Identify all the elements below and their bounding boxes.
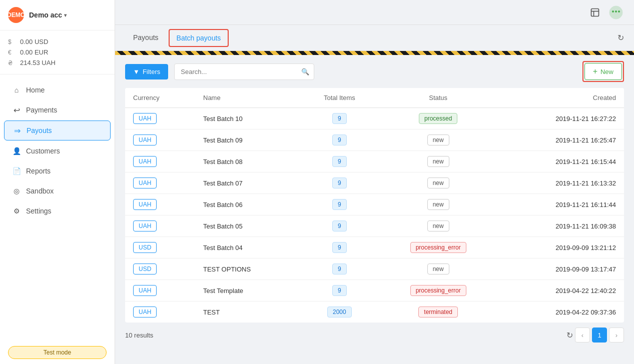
next-page-button[interactable]: › (609, 328, 624, 342)
count-badge: 2000 (327, 306, 352, 318)
table-row[interactable]: UAH Test Batch 06 9 new 2019-11-21 16:11… (125, 194, 624, 216)
table-row[interactable]: UAH Test Batch 10 9 processed 2019-11-21… (125, 108, 624, 130)
table-body: UAH Test Batch 10 9 processed 2019-11-21… (125, 108, 624, 323)
sidebar-item-home[interactable]: ⌂ Home (4, 80, 111, 100)
plus-icon: + (593, 67, 597, 76)
cell-name: TEST (195, 302, 300, 323)
table-row[interactable]: UAH Test Batch 09 9 new 2019-11-21 16:25… (125, 130, 624, 151)
count-badge: 9 (332, 134, 347, 146)
search-icon: 🔍 (301, 68, 309, 76)
cell-name: Test Batch 04 (195, 237, 300, 258)
table-row[interactable]: USD TEST OPTIONS 9 new 2019-09-09 13:17:… (125, 258, 624, 280)
uah-icon: ₴ (8, 60, 16, 66)
count-badge: 9 (332, 264, 347, 274)
refresh-icon[interactable]: ↻ (617, 34, 624, 42)
status-badge: terminated (418, 306, 458, 318)
account-name[interactable]: Demo acc ▾ (29, 11, 67, 19)
table-row[interactable]: UAH Test Template 9 processing_error 201… (125, 280, 624, 302)
tabs-right: ↻ (617, 33, 624, 42)
cell-status: new (379, 194, 498, 216)
pagination: ↻ ‹ 1 › (566, 328, 624, 342)
logo: DEMO (8, 7, 24, 23)
svg-point-4 (612, 10, 614, 12)
cell-status: processing_error (379, 280, 498, 302)
col-total-items: Total Items (300, 88, 379, 108)
cell-created: 2019-09-09 13:21:12 (498, 237, 624, 258)
sidebar: DEMO Demo acc ▾ $ 0.00 USD € 0.00 EUR ₴ … (0, 0, 115, 364)
cell-created: 2019-04-22 09:37:36 (498, 302, 624, 323)
table-footer: 10 results ↻ ‹ 1 › (115, 322, 634, 348)
status-badge: processing_error (410, 242, 466, 253)
cell-name: Test Batch 05 (195, 216, 300, 237)
search-box: 🔍 (174, 64, 314, 80)
cell-total-items: 9 (300, 151, 379, 172)
filter-button[interactable]: ▼ Filters (125, 64, 168, 80)
svg-point-6 (618, 10, 620, 12)
cell-status: processing_error (379, 237, 498, 258)
status-badge: new (427, 220, 449, 232)
currency-badge: UAH (133, 113, 157, 124)
cell-status: terminated (379, 302, 498, 323)
count-badge: 9 (332, 113, 347, 124)
sidebar-item-settings[interactable]: ⚙ Settings (4, 202, 111, 220)
search-input[interactable] (174, 64, 314, 80)
tabs-bar: Payouts Batch payouts ↻ (115, 25, 634, 51)
balance-eur: € 0.00 EUR (8, 47, 107, 58)
count-badge: 9 (332, 220, 347, 232)
table-row[interactable]: UAH Test Batch 08 9 new 2019-11-21 16:15… (125, 151, 624, 172)
sidebar-item-payments[interactable]: ↩ Payments (4, 100, 111, 120)
sidebar-item-sandbox[interactable]: ◎ Sandbox (4, 182, 111, 200)
main-content: Payouts Batch payouts ↻ ▼ Filters 🔍 (115, 0, 634, 364)
table-header-row: Currency Name Total Items Status Created (125, 88, 624, 108)
tab-payouts[interactable]: Payouts (125, 26, 167, 50)
test-mode-badge[interactable]: Test mode (8, 346, 107, 359)
page-1-button[interactable]: 1 (592, 328, 607, 342)
cell-total-items: 9 (300, 216, 379, 237)
sidebar-item-customers[interactable]: 👤 Customers (4, 142, 111, 160)
cell-status: new (379, 151, 498, 172)
tab-batch-payouts[interactable]: Batch payouts (169, 29, 229, 47)
currency-badge: UAH (133, 134, 157, 146)
cell-name: Test Batch 06 (195, 194, 300, 216)
cell-status: new (379, 258, 498, 280)
count-badge: 9 (332, 285, 347, 296)
count-badge: 9 (332, 242, 347, 253)
count-badge: 9 (332, 178, 347, 188)
cell-currency: USD (125, 237, 195, 258)
prev-page-button[interactable]: ‹ (575, 328, 590, 342)
currency-badge: UAH (133, 178, 157, 188)
footer-refresh-icon[interactable]: ↻ (566, 330, 573, 340)
table-row[interactable]: UAH Test Batch 05 9 new 2019-11-21 16:09… (125, 216, 624, 237)
col-name: Name (195, 88, 300, 108)
balance-section: $ 0.00 USD € 0.00 EUR ₴ 214.53 UAH (0, 30, 115, 74)
new-button[interactable]: + New (584, 63, 622, 80)
cell-total-items: 2000 (300, 302, 379, 323)
sidebar-item-reports[interactable]: 📄 Reports (4, 162, 111, 180)
cell-currency: UAH (125, 194, 195, 216)
col-created: Created (498, 88, 624, 108)
profile-icon[interactable] (608, 4, 624, 20)
cell-currency: UAH (125, 172, 195, 194)
cell-created: 2019-11-21 16:11:44 (498, 194, 624, 216)
balance-usd: $ 0.00 USD (8, 36, 107, 47)
chevron-down-icon: ▾ (64, 12, 67, 18)
results-count: 10 results (125, 332, 153, 339)
table-row[interactable]: USD Test Batch 04 9 processing_error 201… (125, 237, 624, 258)
reports-icon: 📄 (12, 166, 21, 176)
table-row[interactable]: UAH TEST 2000 terminated 2019-04-22 09:3… (125, 302, 624, 323)
cell-created: 2019-09-09 13:17:47 (498, 258, 624, 280)
cell-name: Test Batch 10 (195, 108, 300, 130)
payouts-icon: ⇒ (13, 126, 22, 135)
filter-icon: ▼ (133, 68, 140, 76)
cell-name: Test Batch 08 (195, 151, 300, 172)
table-row[interactable]: UAH Test Batch 07 9 new 2019-11-21 16:13… (125, 172, 624, 194)
notifications-icon[interactable] (587, 4, 603, 20)
cell-name: Test Batch 07 (195, 172, 300, 194)
cell-currency: UAH (125, 151, 195, 172)
cell-created: 2019-04-22 12:40:22 (498, 280, 624, 302)
cell-total-items: 9 (300, 258, 379, 280)
svg-rect-0 (591, 8, 599, 16)
cell-name: Test Batch 09 (195, 130, 300, 151)
sidebar-item-payouts[interactable]: ⇒ Payouts (4, 120, 111, 140)
cell-total-items: 9 (300, 130, 379, 151)
